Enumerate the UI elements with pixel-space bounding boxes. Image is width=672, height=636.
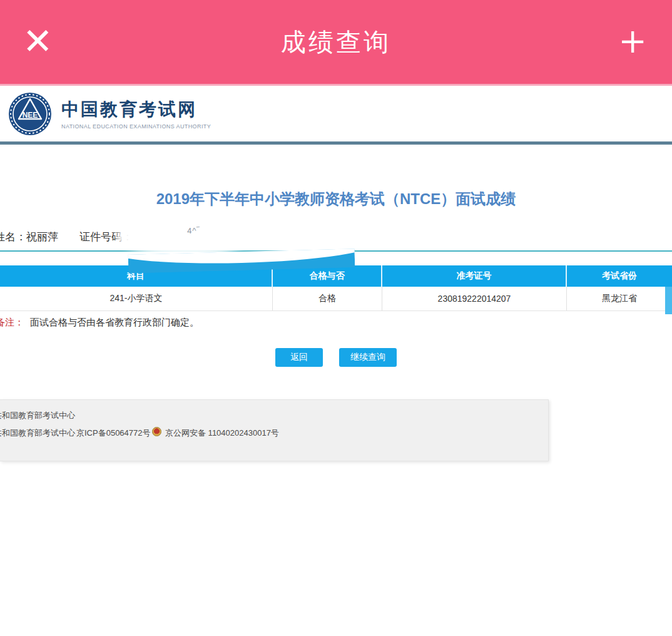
site-name-en: NATIONAL EDUCATION EXAMINATIONS AUTHORIT… [61, 123, 211, 130]
add-icon[interactable]: ＋ [612, 19, 653, 60]
table-header-row: 科目 合格与否 准考证号 考试省份 [0, 265, 672, 287]
site-name-cn: 中国教育考试网 [61, 98, 211, 121]
site-logo-band: NEE 中国教育考试网 NATIONAL EDUCATION EXAMINATI… [0, 86, 672, 141]
note-label: 备注： [0, 317, 24, 327]
cell-province: 黑龙江省 [567, 287, 672, 310]
score-query-page: ✕ 成绩查询 ＋ NEE 中国教育考试网 NATIONAL EDUCATION … [0, 0, 672, 636]
footer-org-line1: 共和国教育部考试中心 [0, 410, 75, 421]
table-row: 241-小学语文 合格 230819222014207 黑龙江省 [0, 287, 672, 311]
continue-query-button[interactable]: 继续查询 [339, 348, 397, 367]
column-header-pass: 合格与否 [273, 265, 382, 287]
name-label: 姓名： [0, 231, 26, 243]
action-buttons: 返回 继续查询 [0, 348, 672, 367]
footer-icp-record: 京ICP备05064772号 [76, 428, 151, 439]
column-header-province: 考试省份 [567, 265, 672, 287]
column-header-subject: 科目 [0, 265, 273, 287]
logo-monogram: NEE [23, 110, 38, 119]
results-table: 科目 合格与否 准考证号 考试省份 241-小学语文 合格 2308192220… [0, 265, 672, 311]
identity-row: 姓名：祝丽萍证件号码： [0, 230, 133, 244]
app-footer: 共和国教育部考试中心 共和国教育部考试中心 京ICP备05064772号 京公网… [0, 399, 549, 461]
id-redacted-fragment: 4^‾ [187, 226, 200, 236]
cell-admission-no: 230819222014207 [382, 287, 567, 310]
page-title: 2019年下半年中小学教师资格考试（NTCE）面试成绩 [0, 189, 672, 209]
site-names: 中国教育考试网 NATIONAL EDUCATION EXAMINATIONS … [61, 98, 211, 130]
header-title: 成绩查询 [0, 25, 672, 59]
column-header-admission-no: 准考证号 [382, 265, 567, 287]
back-button[interactable]: 返回 [275, 348, 323, 367]
footer-org-line2: 共和国教育部考试中心 [0, 428, 75, 439]
app-header: ✕ 成绩查询 ＋ [0, 0, 672, 86]
security-badge-icon [152, 427, 161, 436]
redaction-smudge [118, 218, 253, 255]
note-line: 备注：面试合格与否由各省教育行政部门确定。 [0, 317, 199, 329]
footer-security-record: 京公网安备 11040202430017号 [165, 428, 279, 439]
cell-pass: 合格 [273, 287, 382, 310]
name-value: 祝丽萍 [26, 231, 58, 243]
header-divider [0, 141, 672, 145]
note-text: 面试合格与否由各省教育行政部门确定。 [30, 317, 199, 327]
underline-divider [0, 250, 672, 252]
cell-subject: 241-小学语文 [0, 287, 273, 310]
neea-logo-icon: NEE [8, 91, 53, 136]
table-right-edge-strip [665, 287, 672, 314]
